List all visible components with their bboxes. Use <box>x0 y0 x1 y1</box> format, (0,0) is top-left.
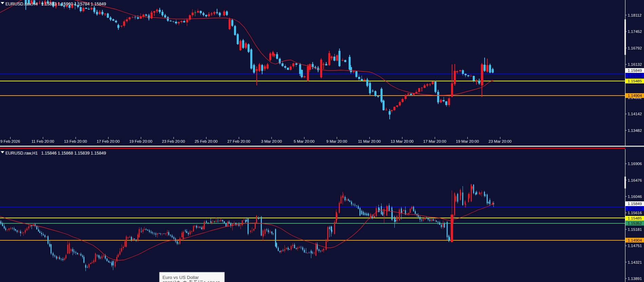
svg-text:23 Mar 20:00: 23 Mar 20:00 <box>489 139 512 143</box>
svg-text:1.15485: 1.15485 <box>628 79 642 83</box>
svg-text:1.16132: 1.16132 <box>628 62 642 66</box>
svg-text:13 Feb 20:00: 13 Feb 20:00 <box>64 139 87 143</box>
svg-text:17 Feb 20:00: 17 Feb 20:00 <box>97 139 120 143</box>
svg-text:1.16792: 1.16792 <box>628 46 642 50</box>
svg-text:1.14904: 1.14904 <box>628 94 642 98</box>
svg-text:19 Feb 20:00: 19 Feb 20:00 <box>129 139 152 143</box>
svg-text:1.15485: 1.15485 <box>628 216 642 220</box>
svg-text:23 Feb 20:00: 23 Feb 20:00 <box>162 139 185 143</box>
svg-text:1.13482: 1.13482 <box>628 128 642 133</box>
svg-text:9 Mar 20:00: 9 Mar 20:00 <box>326 139 347 143</box>
svg-text:3 Mar 20:00: 3 Mar 20:00 <box>261 139 282 143</box>
svg-text:EURUSD.raw,H1 1.15846 1.1586: EURUSD.raw,H1 1.15846 1.15868 1.15839 1.… <box>5 151 106 156</box>
svg-text:Euro vs US Dollar: Euro vs US Dollar <box>162 275 199 280</box>
svg-text:1.16046: 1.16046 <box>628 195 642 199</box>
svg-text:1.15849: 1.15849 <box>628 202 642 206</box>
svg-text:19 Mar 20:00: 19 Mar 20:00 <box>456 139 479 143</box>
svg-text:17 Mar 20:00: 17 Mar 20:00 <box>423 139 446 143</box>
svg-text:1.15849: 1.15849 <box>628 68 642 73</box>
svg-text:27 Feb 20:00: 27 Feb 20:00 <box>227 139 250 143</box>
svg-text:13 Mar 20:00: 13 Mar 20:00 <box>391 139 414 143</box>
svg-text:EURUSD.raw,H4 1.15883 1.1596: EURUSD.raw,H4 1.15883 1.15960 1.15784 1.… <box>5 2 106 6</box>
svg-text:1.13891: 1.13891 <box>628 277 642 281</box>
svg-text:1.14904: 1.14904 <box>628 238 642 242</box>
svg-text:5 Mar 20:00: 5 Mar 20:00 <box>294 139 314 143</box>
svg-text:1.15616: 1.15616 <box>628 211 642 215</box>
svg-text:1.16476: 1.16476 <box>628 178 642 182</box>
svg-text:2525: 2525 <box>162 280 173 282</box>
svg-text:1.14751: 1.14751 <box>628 244 642 248</box>
svg-text:1.17452: 1.17452 <box>628 29 642 34</box>
svg-text:1.15763: 1.15763 <box>628 73 642 77</box>
svg-text:1.14321: 1.14321 <box>628 260 642 264</box>
svg-text:1.18112: 1.18112 <box>628 13 642 17</box>
svg-text:1.15352: 1.15352 <box>628 221 642 225</box>
svg-text:9 Feb 2026: 9 Feb 2026 <box>0 139 20 143</box>
svg-text:1.15849: 1.15849 <box>203 280 220 282</box>
svg-text:11 Feb 20:00: 11 Feb 20:00 <box>32 139 54 143</box>
svg-text:1.14142: 1.14142 <box>628 112 642 116</box>
svg-text:11 Mar 20:00: 11 Mar 20:00 <box>358 139 381 143</box>
svg-text:25 Feb 20:00: 25 Feb 20:00 <box>195 139 218 143</box>
svg-text:1.15763: 1.15763 <box>628 206 642 210</box>
svg-text:1.15181: 1.15181 <box>628 227 642 231</box>
svg-text:1.16906: 1.16906 <box>628 162 642 166</box>
